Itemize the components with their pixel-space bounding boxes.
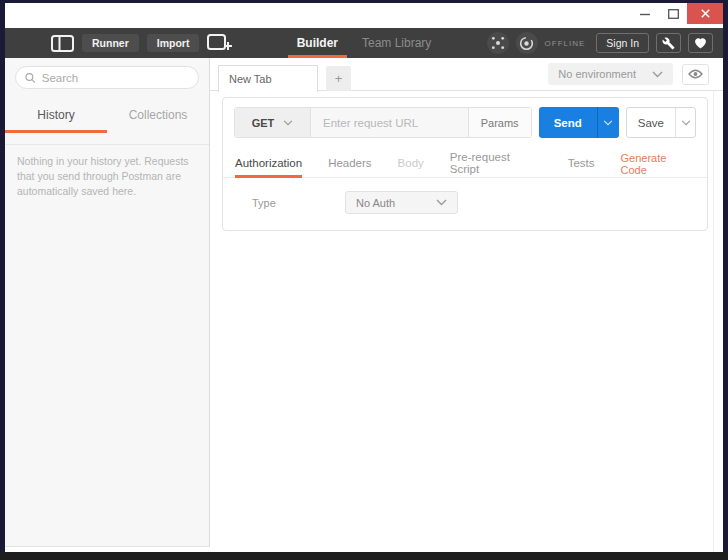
maximize-icon bbox=[668, 9, 679, 19]
maximize-button[interactable] bbox=[659, 3, 687, 25]
search-input[interactable] bbox=[42, 72, 189, 84]
send-button[interactable]: Send bbox=[539, 107, 619, 138]
status-offline-icon bbox=[519, 36, 534, 51]
auth-type-value: No Auth bbox=[356, 197, 395, 209]
scrollbar-track[interactable] bbox=[713, 91, 714, 552]
tab-builder[interactable]: Builder bbox=[288, 28, 347, 58]
chevron-down-icon bbox=[436, 199, 447, 206]
environment-selector[interactable]: No environment bbox=[548, 63, 673, 85]
history-empty-message: Nothing in your history yet. Requests th… bbox=[5, 145, 209, 209]
send-button-label: Send bbox=[539, 107, 597, 138]
chevron-down-icon bbox=[652, 71, 663, 78]
bottom-bar bbox=[0, 552, 728, 560]
sign-in-button[interactable]: Sign In bbox=[596, 33, 649, 54]
chevron-down-icon bbox=[283, 120, 293, 126]
offline-label: OFFLINE bbox=[545, 39, 586, 48]
method-selector-value: GET bbox=[252, 117, 275, 129]
heart-icon bbox=[694, 37, 707, 49]
sidebar-toggle-icon bbox=[51, 35, 74, 52]
generate-code-link[interactable]: Generate Code bbox=[620, 148, 695, 177]
eye-icon bbox=[688, 69, 703, 79]
request-row: GET Params Send bbox=[223, 98, 707, 148]
new-window-button[interactable] bbox=[207, 34, 232, 52]
request-tab-new-tab[interactable]: New Tab bbox=[218, 65, 318, 92]
favorites-button[interactable] bbox=[688, 33, 713, 53]
save-button-label: Save bbox=[627, 108, 675, 137]
save-button[interactable]: Save bbox=[626, 107, 696, 138]
builder-main: New Tab + No environment bbox=[210, 58, 723, 552]
wrench-icon bbox=[662, 37, 675, 50]
tab-history[interactable]: History bbox=[5, 99, 107, 133]
minimize-icon bbox=[640, 9, 650, 19]
request-tabstrip: New Tab + No environment bbox=[210, 58, 723, 91]
chevron-down-icon bbox=[681, 120, 691, 126]
chevron-down-icon bbox=[603, 120, 613, 126]
app-window: Runner Import Builder Team Library bbox=[5, 3, 723, 552]
sidebar: History Collections Nothing in your hist… bbox=[5, 58, 210, 547]
save-options-caret[interactable] bbox=[675, 108, 695, 137]
close-icon bbox=[701, 9, 710, 18]
sync-satellite-icon bbox=[491, 36, 505, 50]
tab-team-library[interactable]: Team Library bbox=[353, 28, 440, 58]
environment-preview-button[interactable] bbox=[682, 64, 709, 85]
params-button[interactable]: Params bbox=[469, 108, 531, 137]
title-bar bbox=[5, 3, 723, 28]
request-section-tabs: Authorization Headers Body Pre-request S… bbox=[223, 148, 707, 178]
new-tab-button[interactable]: + bbox=[326, 66, 351, 91]
send-options-caret[interactable] bbox=[597, 107, 619, 138]
request-builder-panel: GET Params Send bbox=[222, 97, 708, 231]
sync-button[interactable] bbox=[487, 32, 509, 54]
tab-tests[interactable]: Tests bbox=[568, 148, 595, 178]
authorization-panel: Type No Auth bbox=[223, 178, 707, 230]
method-selector[interactable]: GET bbox=[235, 108, 311, 137]
sidebar-tabs: History Collections bbox=[5, 99, 209, 133]
environment-selector-label: No environment bbox=[558, 68, 636, 80]
tab-collections[interactable]: Collections bbox=[107, 99, 209, 133]
search-icon bbox=[25, 72, 36, 84]
minimize-button[interactable] bbox=[631, 3, 659, 25]
new-window-icon bbox=[207, 34, 232, 52]
settings-button[interactable] bbox=[656, 33, 681, 53]
url-input[interactable] bbox=[311, 108, 469, 137]
tab-body[interactable]: Body bbox=[398, 148, 424, 178]
search-box bbox=[15, 66, 199, 89]
method-url-bar: GET Params bbox=[234, 107, 532, 138]
tab-authorization[interactable]: Authorization bbox=[235, 148, 302, 178]
close-button[interactable] bbox=[687, 3, 723, 24]
sidebar-toggle-button[interactable] bbox=[51, 35, 74, 52]
tab-headers[interactable]: Headers bbox=[328, 148, 371, 178]
auth-type-label: Type bbox=[235, 197, 345, 209]
auth-type-selector[interactable]: No Auth bbox=[345, 191, 458, 214]
main-toolbar: Runner Import Builder Team Library bbox=[5, 28, 723, 58]
connection-status-button[interactable] bbox=[516, 32, 538, 54]
runner-button[interactable]: Runner bbox=[82, 34, 139, 53]
tab-pre-request-script[interactable]: Pre-request Script bbox=[450, 148, 542, 178]
import-button[interactable]: Import bbox=[147, 34, 200, 53]
